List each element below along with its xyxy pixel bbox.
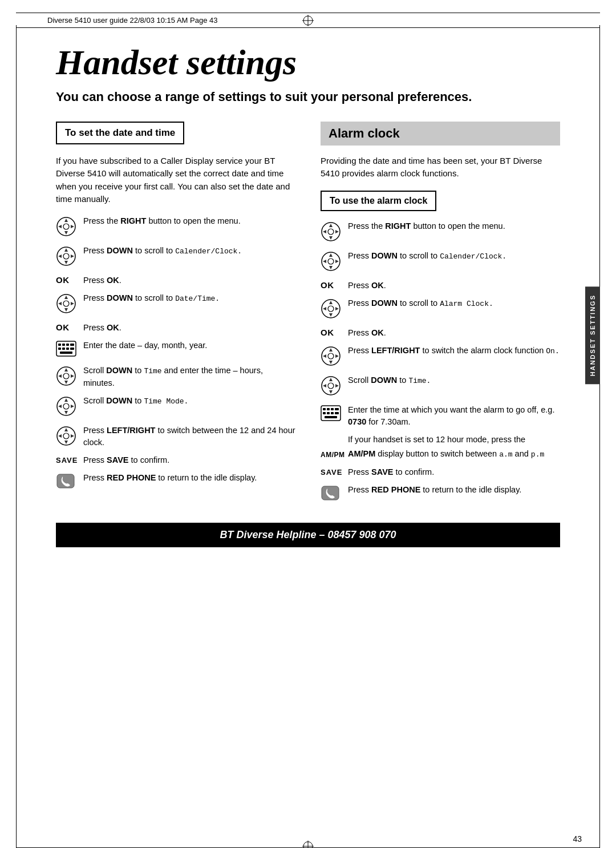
page-number: 43 (573, 834, 582, 843)
r-kb-icon-1 (321, 404, 342, 423)
right-border-line (599, 25, 600, 848)
r-step-text-2: Press DOWN to scroll to Calender/Clock. (348, 250, 560, 263)
left-intro: If you have subscribed to a Caller Displ… (56, 155, 295, 206)
left-step-3: OK Press OK. (56, 274, 295, 286)
alarm-clock-subsection-header: To use the alarm clock (321, 191, 436, 211)
page-title: Handset settings (56, 44, 560, 81)
subtitle: You can choose a range of settings to su… (56, 89, 560, 106)
header-text: Diverse 5410 user guide 22/8/03 10:15 AM… (47, 16, 218, 25)
right-step-6: Press LEFT/RIGHT to switch the alarm clo… (321, 345, 560, 369)
alarm-clock-section-header: Alarm clock (321, 122, 560, 146)
r-step-text-5: Press OK. (348, 327, 560, 339)
step-text-8: Scroll DOWN to Time Mode. (83, 395, 295, 407)
left-step-1: Press the RIGHT button to open the menu. (56, 215, 295, 239)
r-step-text-11: Press SAVE to confirm. (348, 466, 560, 478)
left-step-5: OK Press OK. (56, 322, 295, 334)
side-tab: HANDSET SETTINGS (585, 286, 600, 384)
r-step-text-7: Scroll DOWN to Time. (348, 374, 560, 387)
right-step-2: Press DOWN to scroll to Calender/Clock. (321, 250, 560, 274)
right-step-11: SAVE Press SAVE to confirm. (321, 466, 560, 478)
left-border-line (16, 25, 17, 848)
bottom-crosshair (302, 840, 314, 848)
r-step-text-10: AM/PM display button to switch between a… (348, 448, 560, 461)
nav-icon-6 (56, 425, 78, 449)
right-step-9: If your handset is set to 12 hour mode, … (321, 434, 560, 446)
nav-icon-3 (56, 292, 78, 316)
step-text-2: Press DOWN to scroll to Calender/Clock. (83, 245, 295, 257)
right-intro: Providing the date and time has been set… (321, 155, 560, 180)
save-icon-1: SAVE (56, 455, 78, 465)
right-steps-list: Press the RIGHT button to open the menu.… (321, 220, 560, 503)
crosshair-header (302, 14, 314, 27)
left-step-2: Press DOWN to scroll to Calender/Clock. (56, 245, 295, 269)
right-step-12: Press RED PHONE to return to the idle di… (321, 484, 560, 503)
step-text-3: Press OK. (83, 274, 295, 286)
left-steps-list: Press the RIGHT button to open the menu.… (56, 215, 295, 491)
step-text-5: Press OK. (83, 322, 295, 334)
r-step-text-3: Press OK. (348, 280, 560, 292)
ok-icon-2: OK (56, 322, 78, 333)
footer-text: BT Diverse Helpline – 08457 908 070 (220, 529, 396, 540)
left-step-4: Press DOWN to scroll to Date/Time. (56, 292, 295, 316)
nav-icon-1 (56, 215, 78, 239)
nav-icon-4 (56, 365, 78, 389)
left-step-9: Press LEFT/RIGHT to switch between the 1… (56, 425, 295, 449)
two-col-layout: To set the date and time If you have sub… (56, 122, 560, 509)
right-step-8: Enter the time at which you want the ala… (321, 404, 560, 428)
right-column: Alarm clock Providing the date and time … (321, 122, 560, 509)
step-text-10: Press SAVE to confirm. (83, 454, 295, 466)
date-time-section-header: To set the date and time (56, 122, 184, 144)
right-step-5: OK Press OK. (321, 327, 560, 339)
nav-icon-5 (56, 395, 78, 419)
left-step-7: Scroll DOWN to Time and enter the time –… (56, 365, 295, 389)
left-column: To set the date and time If you have sub… (56, 122, 295, 497)
right-step-1: Press the RIGHT button to open the menu. (321, 220, 560, 244)
r-step-text-8: Enter the time at which you want the ala… (348, 404, 560, 428)
step-text-11: Press RED PHONE to return to the idle di… (83, 472, 295, 484)
left-step-6: Enter the date – day, month, year. (56, 340, 295, 359)
footer-bar: BT Diverse Helpline – 08457 908 070 (56, 523, 560, 547)
r-nav-icon-3 (321, 297, 342, 321)
step-text-6: Enter the date – day, month, year. (83, 340, 295, 352)
main-content: Handset settings You can choose a range … (16, 28, 600, 559)
right-step-4: Press DOWN to scroll to Alarm Clock. (321, 297, 560, 321)
kb-icon-1 (56, 340, 78, 359)
left-step-11: Press RED PHONE to return to the idle di… (56, 472, 295, 491)
r-phone-icon-1 (321, 484, 342, 503)
page-wrapper: Diverse 5410 user guide 22/8/03 10:15 AM… (0, 13, 616, 848)
right-step-10: AM/PM AM/PM display button to switch bet… (321, 448, 560, 461)
step-text-4: Press DOWN to scroll to Date/Time. (83, 292, 295, 305)
ampm-icon-1: AM/PM (321, 448, 342, 459)
ok-icon-1: OK (56, 275, 78, 285)
r-step-text-9: If your handset is set to 12 hour mode, … (348, 434, 560, 446)
phone-icon-1 (56, 472, 78, 491)
r-nav-icon-2 (321, 250, 342, 274)
r-step-text-1: Press the RIGHT button to open the menu. (348, 220, 560, 232)
step-text-9: Press LEFT/RIGHT to switch between the 1… (83, 425, 295, 449)
nav-icon-2 (56, 245, 78, 269)
r-step-text-12: Press RED PHONE to return to the idle di… (348, 484, 560, 496)
header-bar: Diverse 5410 user guide 22/8/03 10:15 AM… (16, 13, 600, 28)
right-step-7: Scroll DOWN to Time. (321, 374, 560, 398)
r-step-text-6: Press LEFT/RIGHT to switch the alarm clo… (348, 345, 560, 357)
step-text-1: Press the RIGHT button to open the menu. (83, 215, 295, 227)
r-nav-icon-4 (321, 345, 342, 369)
r-save-icon-1: SAVE (321, 467, 342, 477)
step-text-7: Scroll DOWN to Time and enter the time –… (83, 365, 295, 389)
r-nav-icon-1 (321, 220, 342, 244)
r-ok-icon-1: OK (321, 280, 342, 290)
right-step-3: OK Press OK. (321, 280, 560, 292)
r-ok-icon-2: OK (321, 328, 342, 338)
r-nav-icon-5 (321, 374, 342, 398)
left-step-8: Scroll DOWN to Time Mode. (56, 395, 295, 419)
left-step-10: SAVE Press SAVE to confirm. (56, 454, 295, 466)
r-step-text-4: Press DOWN to scroll to Alarm Clock. (348, 297, 560, 310)
